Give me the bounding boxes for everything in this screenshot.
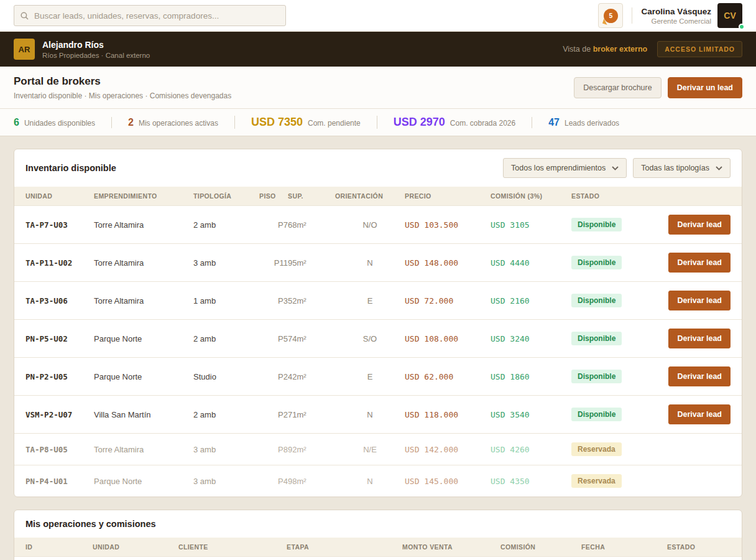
cell-estado: Disponible: [571, 285, 648, 316]
cell-sup: 42m²: [288, 363, 335, 390]
stat-item: USD 2970 Com. cobrada 2026: [377, 116, 532, 129]
cell-orientacion: N: [335, 468, 405, 495]
stat-label: Unidades disponibles: [24, 119, 95, 128]
cell-estado: Reservada: [571, 465, 648, 497]
cell-sup: 68m²: [288, 212, 335, 238]
stat-value: 2: [128, 117, 134, 128]
inventory-card-head: Inventario disponible Todos los emprendi…: [14, 149, 742, 187]
cell-orientacion: E: [335, 287, 405, 314]
col-estado: ESTADO: [571, 187, 648, 205]
cell-tipologia: 1 amb: [193, 287, 259, 314]
cell-precio: USD 145.000: [405, 468, 491, 495]
inventory-filters: Todos los emprendimientos Todas las tipo…: [503, 158, 731, 178]
cell-piso: P2: [259, 363, 288, 390]
global-search[interactable]: [14, 5, 286, 26]
cell-emprendimiento: Torre Altamira: [94, 250, 193, 276]
cell-action: Derivar lead: [648, 206, 731, 243]
online-status-dot: [739, 24, 745, 30]
user-menu[interactable]: Carolina Vásquez Gerente Comercial CV: [641, 3, 742, 28]
broker-identity: Alejandro Ríos Ríos Propiedades · Canal …: [42, 40, 150, 59]
col-monto-venta: MONTO VENTA: [402, 538, 500, 556]
table-row: PN-P2-U05 Parque Norte Studio P2 42m² E …: [14, 357, 742, 395]
cell-precio: USD 103.500: [405, 212, 491, 238]
cell-piso: P7: [259, 212, 288, 238]
cell-tipologia: 2 amb: [193, 212, 259, 238]
cell-precio: USD 148.000: [405, 250, 491, 276]
filter-emprendimientos-select[interactable]: Todos los emprendimientos: [503, 158, 627, 178]
cell-tipologia: 3 amb: [193, 436, 259, 463]
cell-precio: USD 118.000: [405, 401, 491, 428]
cell-estado: Reservada: [571, 434, 648, 465]
status-badge: Reservada: [571, 442, 622, 456]
cell-emprendimiento: Torre Altamira: [94, 287, 193, 314]
cell-tipologia: 3 amb: [193, 250, 259, 276]
table-row: PN-P5-U02 Parque Norte 2 amb P5 74m² S/O…: [14, 319, 742, 357]
view-mode-prefix: Vista de: [563, 45, 591, 54]
derive-lead-row-button[interactable]: Derivar lead: [668, 253, 731, 273]
col-unidad: UNIDAD: [25, 187, 94, 205]
cell-unidad: TA-P7-U03: [25, 212, 94, 238]
avatar[interactable]: CV: [717, 3, 742, 28]
notification-count-badge: 5: [609, 12, 613, 19]
cell-unidad: TA-P3-U06: [25, 287, 94, 314]
cell-estado: Pendiente: [667, 557, 731, 560]
status-badge: Disponible: [571, 332, 622, 345]
stat-label: Com. cobrada 2026: [450, 119, 515, 128]
notifications-button[interactable]: 5: [598, 3, 623, 28]
broker-bar-right: Vista de broker externo ACCESO LIMITADO: [563, 41, 742, 57]
broker-initials: AR: [19, 45, 30, 54]
cell-estado: Disponible: [571, 399, 648, 430]
operations-title: Mis operaciones y comisiones: [25, 519, 156, 529]
cell-comision: USD 3105: [491, 212, 571, 238]
col-emprendimiento: EMPRENDIMIENTO: [94, 187, 193, 205]
status-badge: Disponible: [571, 294, 622, 307]
cell-action: Derivar lead: [648, 320, 731, 357]
cell-tipologia: Studio: [193, 363, 259, 390]
cell-orientacion: N: [335, 401, 405, 428]
page-header-text: Portal de brokers Inventario disponible …: [14, 75, 231, 100]
chevron-down-icon: [612, 166, 619, 170]
cell-sup: 95m²: [288, 250, 335, 276]
cell-estado: Disponible: [571, 323, 648, 354]
table-row: TA-P3-U06 Torre Altamira 1 amb P3 52m² E…: [14, 281, 742, 319]
status-badge: Disponible: [571, 218, 622, 231]
derive-lead-button[interactable]: Derivar un lead: [668, 77, 742, 98]
derive-lead-row-button[interactable]: Derivar lead: [668, 404, 731, 424]
stat-label: Com. pendiente: [308, 119, 361, 128]
broker-subtitle: Ríos Propiedades · Canal externo: [42, 52, 150, 59]
cell-action: [648, 472, 731, 490]
filter-tipologias-select[interactable]: Todas las tipologías: [633, 158, 731, 178]
stat-item: USD 7350 Com. pendiente: [234, 116, 377, 129]
table-row: TA-P8-U05 Torre Altamira 3 amb P8 92m² N…: [14, 433, 742, 465]
operations-card: Mis operaciones y comisiones ID UNIDAD C…: [14, 510, 742, 560]
col-id: ID: [25, 538, 93, 556]
col-fecha: FECHA: [581, 538, 667, 556]
cell-sup: 52m²: [288, 287, 335, 314]
cell-piso: P11: [259, 250, 288, 276]
notification-bell-icon: 5: [604, 9, 618, 23]
main-content: Inventario disponible Todos los emprendi…: [0, 136, 756, 560]
derive-lead-row-button[interactable]: Derivar lead: [668, 291, 731, 310]
broker-name: Alejandro Ríos: [42, 40, 150, 50]
broker-context-bar: AR Alejandro Ríos Ríos Propiedades · Can…: [0, 32, 756, 67]
cell-unidad: PN-P4-U01: [25, 468, 94, 495]
download-brochure-button[interactable]: Descargar brochure: [574, 77, 661, 98]
table-row: OP-0089 TA-P8-U05 Jorge Salinas Propuest…: [14, 556, 742, 560]
derive-lead-row-button[interactable]: Derivar lead: [668, 329, 731, 348]
derive-lead-row-button[interactable]: Derivar lead: [668, 366, 731, 386]
cell-sup: 71m²: [288, 401, 335, 428]
cell-comision: USD 4350: [491, 468, 571, 495]
table-row: TA-P7-U03 Torre Altamira 2 amb P7 68m² N…: [14, 205, 742, 243]
col-cliente: CLIENTE: [178, 538, 287, 556]
search-input[interactable]: [34, 11, 279, 21]
cell-comision: USD 3540: [491, 401, 571, 428]
cell-precio: USD 72.000: [405, 287, 491, 314]
cell-estado: Disponible: [571, 247, 648, 278]
cell-action: Derivar lead: [648, 282, 731, 319]
cell-estado: Disponible: [571, 209, 648, 240]
derive-lead-row-button[interactable]: Derivar lead: [668, 215, 731, 235]
cell-orientacion: N: [335, 250, 405, 276]
filter-tipologias-value: Todas las tipologías: [641, 164, 709, 172]
cell-comision: USD 4440: [491, 250, 571, 276]
cell-piso: P3: [259, 287, 288, 314]
